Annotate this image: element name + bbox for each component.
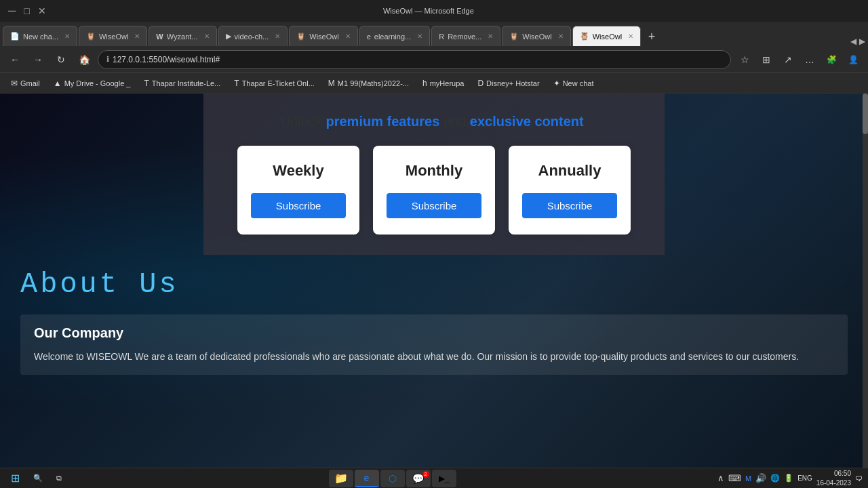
secure-icon: ℹ bbox=[106, 55, 109, 64]
bookmarks-bar: ✉ Gmail ▲ My Drive - Google _ T Thapar I… bbox=[0, 73, 868, 94]
network-icon[interactable]: 🌐 bbox=[770, 474, 780, 483]
drive-icon: ▲ bbox=[54, 79, 62, 88]
share-button[interactable]: ↗ bbox=[778, 50, 797, 69]
file-explorer-taskbar[interactable]: 📁 bbox=[329, 470, 353, 487]
bookmark-thapar-eticket[interactable]: T Thapar E-Ticket Onl... bbox=[229, 77, 320, 89]
volume-icon[interactable]: 🔊 bbox=[755, 473, 766, 483]
bookmark-m1[interactable]: M M1 99(Maths)2022-... bbox=[323, 77, 414, 89]
bookmark-label: Disney+ Hotstar bbox=[486, 79, 540, 87]
search-icon: 🔍 bbox=[33, 474, 43, 483]
our-company-section: Our Company Welcome to WISEOWL We are a … bbox=[20, 314, 848, 375]
browser-chrome: ─ □ ✕ WiseOwl — Microsoft Edge 📄 New cha… bbox=[0, 0, 868, 94]
extensions-button[interactable]: 🧩 bbox=[822, 50, 841, 69]
tab-close-icon[interactable]: ✕ bbox=[628, 33, 633, 40]
tab-wiseowl-1[interactable]: 🦉 WiseOwl ✕ bbox=[79, 26, 147, 46]
screen-keyboard-icon[interactable]: ⌨ bbox=[728, 473, 741, 483]
exclusive-highlight: exclusive content bbox=[470, 114, 584, 129]
tab-favicon: ▶ bbox=[226, 32, 231, 41]
search-button[interactable]: 🔍 bbox=[28, 470, 48, 487]
tab-wiseowl-2[interactable]: 🦉 WiseOwl ✕ bbox=[289, 26, 357, 46]
tab-close-icon[interactable]: ✕ bbox=[275, 33, 280, 40]
tab-close-icon[interactable]: ✕ bbox=[558, 33, 564, 40]
annually-subscribe-button[interactable]: Subscribe bbox=[522, 193, 617, 218]
bookmark-new-chat[interactable]: ✦ New chat bbox=[548, 77, 599, 89]
url-bar[interactable]: ℹ 127.0.0.1:5500/wiseowl.html# bbox=[98, 50, 731, 69]
lang-indicator[interactable]: ENG bbox=[797, 474, 812, 482]
weekly-subscribe-button[interactable]: Subscribe bbox=[251, 193, 346, 218]
title-bar-left: ─ □ ✕ bbox=[5, 5, 49, 17]
tab-close-icon[interactable]: ✕ bbox=[64, 33, 70, 40]
plans-container: Weekly Subscribe Monthly Subscribe Annua… bbox=[237, 146, 631, 235]
disney-icon: D bbox=[477, 79, 484, 88]
company-title: Our Company bbox=[34, 325, 834, 341]
back-button[interactable]: ← bbox=[5, 50, 24, 69]
favorites-button[interactable]: ☆ bbox=[735, 50, 754, 69]
start-button[interactable]: ⊞ bbox=[5, 470, 25, 487]
tab-close-icon[interactable]: ✕ bbox=[204, 33, 210, 40]
bookmark-thapar[interactable]: T Thapar Institute-Le... bbox=[138, 77, 226, 89]
tab-label: Wyzant... bbox=[167, 33, 198, 41]
tab-new-chat[interactable]: 📄 New cha... ✕ bbox=[3, 26, 77, 46]
tab-close-icon[interactable]: ✕ bbox=[488, 33, 493, 40]
show-hidden-icon[interactable]: ∧ bbox=[717, 473, 724, 483]
tab-favicon: 📄 bbox=[10, 32, 20, 41]
battery-icon[interactable]: 🔋 bbox=[784, 474, 793, 483]
edge-icon: e bbox=[364, 472, 370, 483]
weekly-plan-name: Weekly bbox=[273, 162, 323, 180]
bookmark-label: Thapar E-Ticket Onl... bbox=[242, 79, 315, 87]
bookmark-label: M1 99(Maths)2022-... bbox=[338, 79, 409, 87]
refresh-button[interactable]: ↻ bbox=[52, 50, 71, 69]
minimize-icon[interactable]: ─ bbox=[5, 5, 18, 17]
tab-favicon: 🦉 bbox=[296, 32, 306, 41]
tab-wiseowl-3[interactable]: 🦉 WiseOwl ✕ bbox=[502, 26, 570, 46]
bookmark-label: New chat bbox=[563, 79, 594, 87]
annually-plan-name: Annually bbox=[538, 162, 601, 180]
bookmark-gmail[interactable]: ✉ Gmail bbox=[5, 77, 45, 89]
tab-label: Remove... bbox=[448, 33, 481, 41]
notification-center-icon[interactable]: 🗨 bbox=[855, 474, 863, 483]
tab-video[interactable]: ▶ video-ch... ✕ bbox=[218, 26, 288, 46]
tab-strip-scroll-right[interactable]: ▶ bbox=[859, 37, 865, 46]
maximize-icon[interactable]: □ bbox=[21, 5, 32, 16]
tab-label: New cha... bbox=[23, 33, 58, 41]
tab-favicon: R bbox=[439, 33, 444, 41]
unlock-text: Unlock premium features and exclusive co… bbox=[281, 114, 587, 129]
monthly-subscribe-button[interactable]: Subscribe bbox=[387, 193, 481, 218]
home-button[interactable]: 🏠 bbox=[75, 50, 94, 69]
edge-taskbar[interactable]: e bbox=[355, 470, 379, 487]
tab-wiseowl-active[interactable]: 🦉 WiseOwl ✕ bbox=[572, 26, 641, 46]
gmail-icon: ✉ bbox=[11, 79, 18, 88]
scroll-thumb[interactable] bbox=[863, 94, 868, 134]
whatsapp-taskbar[interactable]: 💬 2 bbox=[406, 470, 431, 487]
tab-close-icon[interactable]: ✕ bbox=[417, 33, 422, 40]
monthly-plan-card: Monthly Subscribe bbox=[373, 146, 495, 235]
tab-favicon: 🦉 bbox=[580, 32, 589, 41]
annually-plan-card: Annually Subscribe bbox=[509, 146, 631, 235]
meet-icon[interactable]: M bbox=[745, 474, 751, 483]
collections-button[interactable]: ⊞ bbox=[757, 50, 776, 69]
task-view-button[interactable]: ⧉ bbox=[51, 470, 67, 487]
settings-button[interactable]: … bbox=[800, 50, 819, 69]
tab-close-icon[interactable]: ✕ bbox=[345, 33, 351, 40]
tab-bar: 📄 New cha... ✕ 🦉 WiseOwl ✕ W Wyzant... ✕… bbox=[0, 22, 868, 46]
tab-wyzant[interactable]: W Wyzant... ✕ bbox=[149, 26, 216, 46]
profile-button[interactable]: 👤 bbox=[844, 50, 863, 69]
tab-remove[interactable]: R Remove... ✕ bbox=[431, 26, 500, 46]
tab-close-icon[interactable]: ✕ bbox=[134, 33, 140, 40]
bookmark-my-drive[interactable]: ▲ My Drive - Google _ bbox=[48, 77, 136, 89]
forward-button[interactable]: → bbox=[28, 50, 47, 69]
terminal-taskbar[interactable]: ▶_ bbox=[432, 470, 456, 487]
tab-elearning[interactable]: e elearning... ✕ bbox=[359, 26, 431, 46]
taskbar-center: 📁 e ⬡ 💬 2 ▶_ bbox=[329, 470, 456, 487]
new-tab-button[interactable]: + bbox=[642, 27, 661, 46]
bookmark-myherupa[interactable]: h myHerupa bbox=[417, 77, 469, 89]
tab-strip-scroll-left[interactable]: ◀ bbox=[850, 37, 856, 46]
url-text: 127.0.0.1:5500/wiseowl.html# bbox=[113, 55, 220, 64]
bookmark-disney[interactable]: D Disney+ Hotstar bbox=[472, 77, 545, 89]
close-icon[interactable]: ✕ bbox=[35, 5, 49, 16]
clock[interactable]: 06:50 16-04-2023 bbox=[816, 469, 851, 488]
vscode-icon: ⬡ bbox=[389, 473, 397, 484]
vscode-taskbar[interactable]: ⬡ bbox=[380, 470, 405, 487]
tab-label: WiseOwl bbox=[522, 33, 551, 41]
tab-label: elearning... bbox=[374, 33, 411, 41]
